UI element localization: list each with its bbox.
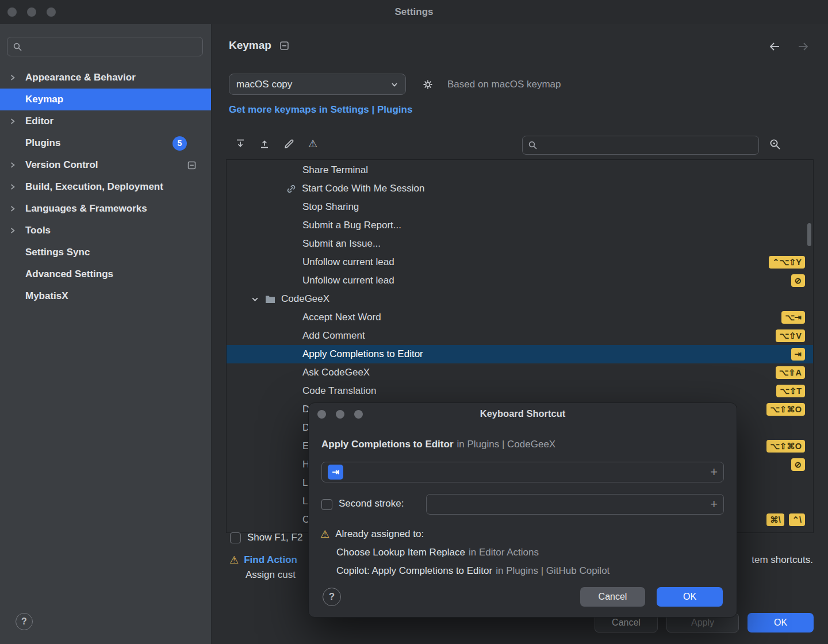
chevron-right-icon [9,117,25,125]
conflict-name: Copilot: Apply Completions to Editor [336,565,492,576]
actions-search-input[interactable] [542,140,753,151]
sidebar-item-appearance-behavior[interactable]: Appearance & Behavior [0,67,211,89]
minimize-window-button[interactable] [27,7,36,17]
action-label: Stop Sharing [302,201,359,213]
dialog-ok-button[interactable]: OK [657,587,723,607]
chevron-down-icon[interactable] [251,295,259,304]
tree-row-code-translation[interactable]: Code Translation⌥⇧T [227,382,813,400]
sidebar-item-plugins[interactable]: Plugins5 [0,132,211,154]
sidebar-item-label: Languages & Frameworks [25,203,147,214]
sidebar-item-editor[interactable]: Editor [0,110,211,132]
action-label: Unfollow current lead [302,256,394,268]
dialog-zoom-button[interactable] [354,410,363,419]
close-window-button[interactable] [7,7,17,17]
shortcut-badge: ⌥⇧⌘O [766,403,805,416]
second-stroke-label: Second stroke: [339,498,404,509]
action-label: Share Terminal [302,164,368,176]
tree-row-accept-next-word[interactable]: Accept Next Word⌥⇥ [227,308,813,327]
find-action-link[interactable]: Find Action [244,554,297,566]
tree-row-submit-a-bug-report[interactable]: Submit a Bug Report... [227,216,813,235]
shortcut-badge: ⊘ [791,274,805,287]
already-assigned-label: Already assigned to: [335,528,424,540]
first-stroke-field[interactable]: ⇥ + [321,462,724,482]
action-label: Apply Completions to Editor [302,348,423,360]
conflict-context: in Plugins | GitHub Copilot [496,565,610,576]
dialog-title: Keyboard Shortcut [309,408,737,419]
tree-row-apply-completions-to-editor[interactable]: Apply Completions to Editor⇥ [227,345,813,363]
shortcut-badge: ⌃⌥⇧Y [769,256,805,269]
plugins-count-badge: 5 [172,136,187,151]
help-button[interactable]: ? [16,613,33,630]
sidebar-search-field[interactable] [7,37,203,56]
window-titlebar: Settings [0,0,828,24]
sidebar-item-label: Settings Sync [25,247,90,258]
settings-window: { "window": { "title": "Settings" }, "si… [0,0,828,644]
show-fkeys-checkbox[interactable] [230,532,241,543]
conflict-context: in Editor Actions [469,547,539,558]
shortcut-badge: ⌥⇥ [781,311,805,324]
tree-row-ask-codegeex[interactable]: Ask CodeGeeX⌥⇧A [227,363,813,382]
shortcut-badge: ⌥⇧⌘O [766,440,805,453]
expand-all-icon[interactable] [233,137,247,151]
edit-shortcut-icon[interactable] [282,137,296,151]
sidebar-item-label: Keymap [25,94,63,105]
folder-icon [265,295,275,304]
sidebar-item-settings-sync[interactable]: Settings Sync [0,241,211,263]
second-stroke-field[interactable]: + [426,494,724,515]
sidebar-item-advanced-settings[interactable]: Advanced Settings [0,263,211,285]
tree-row-add-comment[interactable]: Add Comment⌥⇧V [227,327,813,345]
shortcut-badge: ⊘ [791,458,805,471]
tree-row-stop-sharing[interactable]: Stop Sharing [227,198,813,216]
warning-icon: ⚠ [320,529,329,539]
action-label: Add Comment [302,330,365,342]
based-on-text: Based on macOS keymap [447,79,561,90]
action-label: Ask CodeGeeX [302,367,370,378]
sidebar-item-build-execution-deployment[interactable]: Build, Execution, Deployment [0,176,211,198]
settings-square-icon [187,161,196,170]
dialog-action-context: in Plugins | CodeGeeX [457,439,556,450]
dialog-close-button[interactable] [317,410,326,419]
chevron-right-icon [9,183,25,191]
tree-row-submit-an-issue[interactable]: Submit an Issue... [227,235,813,253]
tree-scrollbar[interactable] [807,223,811,246]
back-arrow-icon[interactable] [768,41,781,52]
keymap-scheme-value: macOS copy [236,79,292,90]
actions-search-field[interactable] [522,136,759,155]
tree-row-unfollow-current-lead[interactable]: Unfollow current lead⌃⌥⇧Y [227,253,813,271]
sidebar-item-keymap[interactable]: Keymap [0,89,211,110]
sidebar-item-tools[interactable]: Tools [0,220,211,241]
find-by-shortcut-icon[interactable] [768,137,782,151]
assign-custom-text: Assign cust [246,569,296,581]
get-more-keymaps-link[interactable]: Get more keymaps in Settings | Plugins [229,104,412,116]
tree-row-codegeex[interactable]: CodeGeeX [227,290,813,308]
conflict-item: Copilot: Apply Completions to Editorin P… [336,565,610,577]
show-conflicts-icon[interactable]: ⚠ [306,137,320,151]
ok-button[interactable]: OK [747,613,814,632]
sidebar-item-languages-frameworks[interactable]: Languages & Frameworks [0,198,211,220]
conflict-name: Choose Lookup Item Replace [336,547,465,558]
tree-row-share-terminal[interactable]: Share Terminal [227,161,813,179]
keymap-scheme-dropdown[interactable]: macOS copy [229,74,406,95]
sidebar-item-label: Version Control [25,159,98,171]
forward-arrow-icon[interactable] [797,41,810,52]
sidebar-item-mybatisx[interactable]: MybatisX [0,285,211,307]
keyboard-shortcut-dialog: Keyboard Shortcut Apply Completions to E… [308,402,737,618]
dialog-minimize-button[interactable] [336,410,344,419]
tree-row-start-code-with-me-session[interactable]: Start Code With Me Session [227,179,813,198]
gear-icon[interactable] [422,79,434,90]
sidebar-search-input[interactable] [26,41,197,52]
window-title: Settings [0,0,828,24]
dialog-cancel-button[interactable]: Cancel [580,587,645,607]
zoom-window-button[interactable] [47,7,56,17]
dialog-action-name: Apply Completions to Editor [321,439,454,450]
second-stroke-checkbox[interactable] [321,499,332,510]
sidebar-item-label: Appearance & Behavior [25,72,136,83]
add-second-stroke-icon[interactable]: + [710,498,718,511]
add-stroke-icon[interactable]: + [710,466,718,478]
tree-row-unfollow-current-lead[interactable]: Unfollow current lead⊘ [227,271,813,290]
action-label: CodeGeeX [281,293,329,305]
sidebar-item-version-control[interactable]: Version Control [0,154,211,176]
tab-key-chip[interactable]: ⇥ [328,465,343,480]
dialog-help-button[interactable]: ? [323,588,341,606]
collapse-all-icon[interactable] [258,137,271,151]
